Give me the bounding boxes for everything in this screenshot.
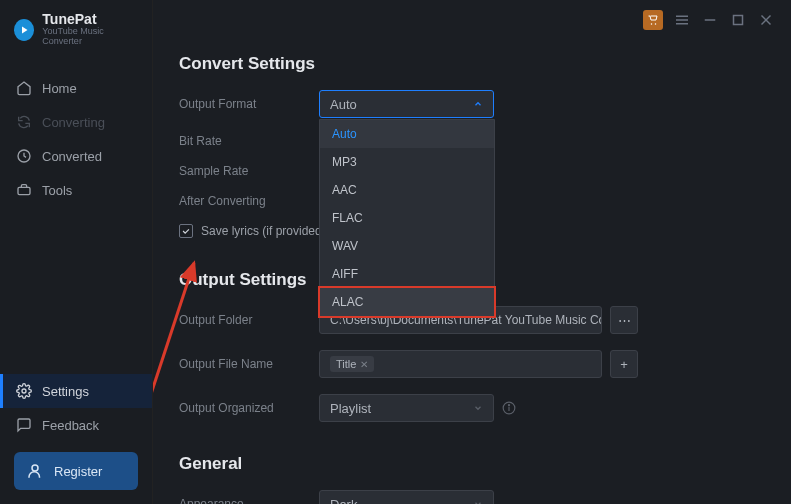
output-organized-value: Playlist	[330, 401, 371, 416]
refresh-icon	[16, 114, 32, 130]
sidebar-item-label: Settings	[42, 384, 89, 399]
register-label: Register	[54, 464, 102, 479]
appearance-value: Dark	[330, 497, 357, 505]
sidebar-item-label: Tools	[42, 183, 72, 198]
output-format-label: Output Format	[179, 97, 319, 111]
output-folder-label: Output Folder	[179, 313, 319, 327]
add-filename-token-button[interactable]: +	[610, 350, 638, 378]
svg-point-2	[22, 389, 26, 393]
minimize-icon[interactable]	[701, 11, 719, 29]
svg-point-4	[651, 23, 653, 25]
sidebar-item-label: Feedback	[42, 418, 99, 433]
save-lyrics-label: Save lyrics (if provided)	[201, 224, 326, 238]
app-title: TunePat	[42, 12, 138, 27]
titlebar	[627, 0, 791, 40]
output-format-value: Auto	[330, 97, 357, 112]
sidebar-item-tools[interactable]: Tools	[0, 173, 152, 207]
output-filename-label: Output File Name	[179, 357, 319, 371]
clock-icon	[16, 148, 32, 164]
dropdown-option-mp3[interactable]: MP3	[320, 148, 494, 176]
user-icon	[26, 462, 44, 480]
svg-rect-1	[18, 188, 30, 195]
sidebar-item-label: Converting	[42, 115, 105, 130]
gear-icon	[16, 383, 32, 399]
check-icon	[181, 226, 191, 236]
register-button[interactable]: Register	[14, 452, 138, 490]
dropdown-option-auto[interactable]: Auto	[320, 120, 494, 148]
dropdown-option-alac[interactable]: ALAC	[318, 286, 496, 318]
sample-rate-label: Sample Rate	[179, 164, 319, 178]
svg-rect-10	[734, 16, 743, 25]
main-content: Convert Settings Output Format Auto Auto…	[153, 0, 791, 504]
sidebar-item-converted[interactable]: Converted	[0, 139, 152, 173]
chevron-down-icon	[473, 497, 483, 505]
output-format-dropdown: Auto MP3 AAC FLAC WAV AIFF ALAC	[319, 119, 495, 317]
sidebar-item-label: Converted	[42, 149, 102, 164]
nav-main: Home Converting Converted Tools	[0, 71, 152, 207]
bit-rate-label: Bit Rate	[179, 134, 319, 148]
sidebar-item-home[interactable]: Home	[0, 71, 152, 105]
svg-point-3	[32, 465, 38, 471]
app-subtitle: YouTube Music Converter	[42, 27, 138, 47]
svg-point-15	[508, 405, 509, 406]
sidebar-item-feedback[interactable]: Feedback	[0, 408, 152, 442]
info-icon[interactable]	[502, 401, 516, 415]
filename-chip-label: Title	[336, 358, 356, 370]
sidebar-item-settings[interactable]: Settings	[0, 374, 152, 408]
browse-folder-button[interactable]: ⋯	[610, 306, 638, 334]
remove-chip-icon[interactable]: ✕	[360, 359, 368, 370]
sidebar: TunePat YouTube Music Converter Home Con…	[0, 0, 153, 504]
home-icon	[16, 80, 32, 96]
dropdown-option-aiff[interactable]: AIFF	[320, 260, 494, 288]
sidebar-item-label: Home	[42, 81, 77, 96]
after-converting-label: After Converting	[179, 194, 319, 208]
cart-icon[interactable]	[643, 10, 663, 30]
logo-icon	[14, 19, 34, 41]
nav-bottom: Settings Feedback Register	[0, 374, 152, 504]
close-icon[interactable]	[757, 11, 775, 29]
dropdown-option-wav[interactable]: WAV	[320, 232, 494, 260]
save-lyrics-checkbox[interactable]	[179, 224, 193, 238]
sidebar-item-converting[interactable]: Converting	[0, 105, 152, 139]
output-organized-label: Output Organized	[179, 401, 319, 415]
output-organized-select[interactable]: Playlist	[319, 394, 494, 422]
appearance-select[interactable]: Dark	[319, 490, 494, 504]
dropdown-option-flac[interactable]: FLAC	[320, 204, 494, 232]
output-filename-field[interactable]: Title ✕	[319, 350, 602, 378]
app-logo: TunePat YouTube Music Converter	[0, 0, 152, 61]
toolbox-icon	[16, 182, 32, 198]
general-heading: General	[179, 454, 765, 474]
svg-point-5	[655, 23, 657, 25]
output-format-select[interactable]: Auto Auto MP3 AAC FLAC WAV AIFF ALAC	[319, 90, 494, 118]
maximize-icon[interactable]	[729, 11, 747, 29]
chevron-down-icon	[473, 401, 483, 416]
dropdown-option-aac[interactable]: AAC	[320, 176, 494, 204]
chevron-up-icon	[473, 97, 483, 112]
convert-settings-heading: Convert Settings	[179, 54, 765, 74]
chat-icon	[16, 417, 32, 433]
appearance-label: Appearance	[179, 497, 319, 504]
menu-icon[interactable]	[673, 11, 691, 29]
filename-chip[interactable]: Title ✕	[330, 356, 374, 372]
